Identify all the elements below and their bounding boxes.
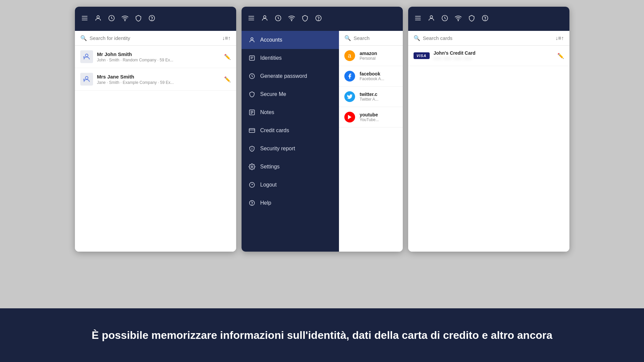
- identities-icon: [248, 54, 256, 62]
- search-identity-input[interactable]: [90, 35, 220, 41]
- identity-detail-john: John · Smith · Random Company · 59 Ex...: [97, 58, 224, 62]
- sidebar-item-security-report[interactable]: Security report: [242, 140, 339, 158]
- middle-search-icon: 🔍: [344, 35, 351, 41]
- svg-rect-31: [249, 128, 255, 133]
- youtube-sub: YouTube...: [360, 117, 379, 122]
- youtube-favicon: [344, 112, 355, 122]
- sidebar-menu: Accounts Identities Generate password: [242, 31, 339, 252]
- menu-icon[interactable]: [81, 14, 88, 23]
- logout-label: Logout: [260, 182, 277, 188]
- svg-point-3: [97, 15, 99, 18]
- svg-point-35: [251, 166, 253, 168]
- sidebar-item-help[interactable]: Help: [242, 194, 339, 212]
- account-item-twitter[interactable]: twitter.c Twitter A...: [339, 87, 403, 107]
- card-info-john: John's Credit Card •••• •••• •••• ••••: [434, 50, 476, 61]
- youtube-name: youtube: [360, 112, 379, 117]
- facebook-sub: Facebook A...: [360, 76, 384, 81]
- edit-card-icon-john[interactable]: ✏️: [557, 53, 564, 59]
- amazon-favicon: a: [344, 50, 355, 61]
- help-icon: [248, 199, 256, 207]
- middle-wifi-icon[interactable]: [288, 14, 295, 23]
- twitter-name: twitter.c: [360, 92, 379, 97]
- help-label: Help: [260, 200, 271, 206]
- right-shield-icon[interactable]: [468, 14, 475, 23]
- security-report-label: Security report: [260, 146, 295, 152]
- clock-icon[interactable]: [108, 14, 115, 23]
- cards-search-bar: 🔍 ↓≡↑: [408, 31, 569, 46]
- right-clock-icon[interactable]: [441, 14, 448, 23]
- left-nav-bar: [75, 7, 236, 31]
- sidebar-item-accounts[interactable]: Accounts: [242, 31, 339, 49]
- generate-password-label: Generate password: [260, 73, 307, 79]
- credit-cards-icon: [248, 127, 256, 134]
- card-name-john: John's Credit Card: [434, 50, 476, 56]
- identity-name-john: Mr John Smith: [97, 51, 224, 57]
- middle-question-icon[interactable]: [315, 14, 322, 23]
- identity-name-jane: Mrs Jane Smith: [97, 74, 224, 80]
- wifi-icon[interactable]: [121, 14, 129, 23]
- right-nav-bar: [408, 7, 569, 31]
- search-icon: 🔍: [80, 35, 87, 41]
- card-number-john: •••• •••• •••• ••••: [434, 56, 476, 61]
- middle-menu-icon[interactable]: [248, 14, 255, 23]
- svg-marker-41: [348, 115, 351, 119]
- facebook-favicon: [344, 71, 355, 82]
- svg-point-40: [252, 205, 252, 205]
- accounts-icon: [248, 36, 256, 44]
- logout-icon: [248, 181, 256, 189]
- identity-search-bar: 🔍 ↓≡↑: [75, 31, 236, 46]
- svg-point-17: [263, 15, 266, 18]
- middle-shield-icon[interactable]: [301, 14, 309, 23]
- sidebar-item-settings[interactable]: Settings: [242, 158, 339, 176]
- account-item-facebook[interactable]: facebook Facebook A...: [339, 66, 403, 87]
- amazon-sub: Personal: [360, 56, 377, 61]
- notes-label: Notes: [260, 109, 274, 115]
- settings-icon: [248, 163, 256, 170]
- twitter-sub: Twitter A...: [360, 97, 379, 102]
- search-cards-input[interactable]: [423, 35, 553, 41]
- person-icon[interactable]: [94, 14, 102, 23]
- credit-card-item-john[interactable]: VISA John's Credit Card •••• •••• •••• •…: [408, 46, 569, 66]
- account-item-amazon[interactable]: a amazon Personal: [339, 46, 403, 66]
- edit-icon-jane[interactable]: ✏️: [224, 76, 231, 83]
- middle-person-icon[interactable]: [261, 14, 268, 23]
- sidebar-item-notes[interactable]: Notes: [242, 103, 339, 121]
- left-panel: 🔍 ↓≡↑ Mr John Smith John · Smith · Rando…: [75, 7, 236, 252]
- question-icon[interactable]: [148, 14, 156, 23]
- main-area: 🔍 ↓≡↑ Mr John Smith John · Smith · Rando…: [0, 0, 644, 308]
- sidebar-item-credit-cards[interactable]: Credit cards: [242, 121, 339, 140]
- svg-point-34: [252, 150, 252, 150]
- svg-rect-23: [249, 56, 254, 60]
- right-wifi-icon[interactable]: [455, 14, 462, 23]
- secure-me-label: Secure Me: [260, 91, 286, 97]
- search-accounts-input[interactable]: [354, 35, 403, 41]
- svg-point-11: [85, 76, 88, 79]
- sidebar-item-generate-password[interactable]: Generate password: [242, 67, 339, 85]
- middle-clock-icon[interactable]: [274, 14, 282, 23]
- sort-icon[interactable]: ↓≡↑: [222, 35, 230, 41]
- account-item-youtube[interactable]: youtube YouTube...: [339, 107, 403, 127]
- right-menu-icon[interactable]: [414, 14, 422, 23]
- cards-sort-icon[interactable]: ↓≡↑: [555, 35, 564, 41]
- identity-item-jane[interactable]: Mrs Jane Smith Jane · Smith · Example Co…: [75, 68, 236, 91]
- right-question-icon[interactable]: [481, 14, 489, 23]
- identity-item-john[interactable]: Mr John Smith John · Smith · Random Comp…: [75, 46, 236, 68]
- sidebar-item-identities[interactable]: Identities: [242, 49, 339, 67]
- credit-cards-label: Credit cards: [260, 127, 289, 134]
- svg-point-49: [485, 20, 485, 20]
- amazon-name: amazon: [360, 51, 377, 56]
- identity-detail-jane: Jane · Smith · Example Company · 59 Ex..…: [97, 80, 224, 85]
- edit-icon-john[interactable]: ✏️: [224, 54, 231, 60]
- identities-label: Identities: [260, 55, 282, 61]
- right-person-icon[interactable]: [428, 14, 435, 23]
- sidebar-item-logout[interactable]: Logout: [242, 176, 339, 194]
- shield-icon[interactable]: [135, 14, 142, 23]
- generate-password-icon: [248, 72, 256, 80]
- identity-info-john: Mr John Smith John · Smith · Random Comp…: [97, 51, 224, 62]
- sidebar-item-secure-me[interactable]: Secure Me: [242, 85, 339, 103]
- credit-card-list: VISA John's Credit Card •••• •••• •••• •…: [408, 46, 569, 252]
- facebook-name: facebook: [360, 71, 384, 76]
- visa-badge: VISA: [414, 52, 430, 59]
- svg-point-8: [85, 54, 88, 57]
- twitter-favicon: [344, 91, 355, 102]
